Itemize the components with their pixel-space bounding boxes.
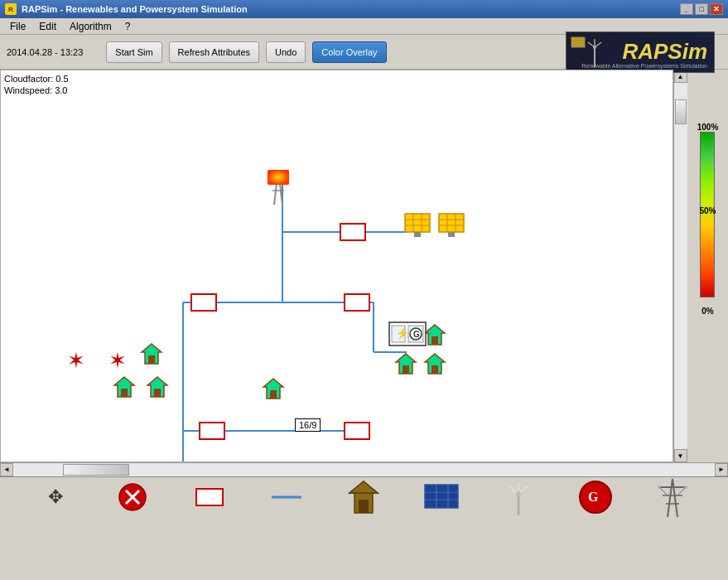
solar-panel-1[interactable] — [404, 213, 431, 238]
house-node-8[interactable] — [423, 352, 446, 375]
house-node-1[interactable] — [140, 342, 163, 365]
close-button[interactable]: ✕ — [710, 3, 723, 15]
scroll-thumb-v[interactable] — [675, 99, 687, 124]
svg-rect-42 — [431, 365, 438, 374]
svg-rect-91 — [437, 500, 447, 507]
svg-rect-53 — [439, 214, 464, 232]
scroll-track-h[interactable] — [13, 463, 715, 476]
svg-rect-24 — [200, 423, 224, 439]
house-node-2[interactable] — [113, 375, 136, 399]
svg-rect-21 — [340, 224, 365, 240]
simulation-canvas[interactable]: Cloudfactor: 0.5 Windspeed: 3.0 — [0, 70, 673, 462]
undo-button[interactable]: Undo — [266, 41, 306, 63]
svg-rect-28 — [148, 355, 155, 364]
svg-line-106 — [677, 487, 686, 495]
svg-line-105 — [659, 487, 668, 495]
svg-rect-58 — [448, 232, 455, 237]
menu-edit[interactable]: Edit — [32, 19, 63, 34]
wind-tool[interactable] — [498, 481, 539, 514]
house-node-4[interactable] — [262, 377, 285, 400]
svg-text:⚡: ⚡ — [395, 326, 410, 341]
svg-rect-32 — [154, 389, 161, 397]
svg-point-107 — [658, 486, 661, 489]
svg-rect-38 — [431, 336, 438, 345]
logo-subtitle: Renewable Alternative Powersystems Simul… — [581, 63, 707, 69]
wire-tool[interactable] — [266, 481, 307, 514]
vertical-scrollbar[interactable]: ▲ ▼ — [673, 70, 687, 462]
busbar-tool[interactable] — [189, 481, 230, 514]
logo-area: RAPSim Renewable Alternative Powersystem… — [566, 31, 721, 73]
datetime-display: 2014.04.28 - 13:23 — [7, 47, 83, 57]
solar-panel-2[interactable] — [438, 213, 465, 238]
substation-node[interactable]: ⚡ G — [388, 319, 427, 349]
svg-rect-89 — [449, 493, 457, 500]
svg-rect-90 — [426, 500, 436, 507]
start-sim-button[interactable]: Start Sim — [106, 41, 162, 63]
color-label-0: 0% — [701, 307, 713, 316]
svg-rect-0 — [571, 37, 585, 47]
svg-rect-22 — [191, 294, 216, 311]
menu-algorithm[interactable]: Algorithm — [63, 19, 118, 34]
svg-line-100 — [668, 479, 673, 517]
titlebar-left: R RAPSim - Renewables and Powersystem Si… — [5, 3, 248, 15]
generator-tool[interactable]: G — [575, 481, 616, 514]
horizontal-scrollbar[interactable]: ◄ ► — [0, 462, 728, 476]
scroll-track-v[interactable] — [674, 83, 687, 449]
wires-layer — [1, 70, 673, 462]
generator-node-2[interactable]: ✶ — [108, 348, 127, 374]
svg-rect-25 — [345, 423, 369, 439]
move-tool[interactable]: ✥ — [35, 481, 76, 514]
house-tool[interactable] — [343, 481, 384, 514]
titlebar-title: RAPSim - Renewables and Powersystem Simu… — [22, 4, 248, 14]
svg-text:G: G — [413, 330, 420, 339]
svg-rect-85 — [437, 486, 447, 492]
svg-rect-74 — [196, 489, 223, 505]
svg-rect-34 — [270, 390, 277, 399]
sim-info-cloudfactor: Cloudfactor: 0.5 — [4, 74, 69, 84]
logo-box: RAPSim Renewable Alternative Powersystem… — [566, 31, 715, 73]
svg-point-108 — [684, 486, 687, 489]
delete-tool[interactable] — [112, 481, 153, 514]
scroll-thumb-h[interactable] — [63, 464, 129, 476]
svg-rect-40 — [403, 365, 409, 374]
heat-source[interactable] — [263, 170, 294, 205]
titlebar: R RAPSim - Renewables and Powersystem Si… — [0, 0, 728, 18]
maximize-button[interactable]: □ — [695, 3, 708, 15]
scroll-down-arrow[interactable]: ▼ — [674, 449, 687, 462]
svg-rect-86 — [449, 486, 457, 492]
svg-rect-30 — [121, 389, 128, 397]
tooltip-box: 16/9 — [295, 418, 321, 432]
generator-node-1[interactable]: ✶ — [67, 348, 85, 374]
bottom-toolbar: ✥ — [0, 476, 728, 517]
svg-rect-77 — [359, 500, 369, 513]
scroll-right-arrow[interactable]: ► — [715, 463, 728, 476]
logo-brand: RAPSim — [622, 39, 707, 65]
color-label-50: 50% — [699, 206, 716, 215]
solar-tool[interactable] — [421, 481, 462, 514]
minimize-button[interactable]: _ — [680, 3, 693, 15]
menu-file[interactable]: File — [3, 19, 32, 34]
toolbar: 2014.04.28 - 13:23 Start Sim Refresh Att… — [0, 35, 728, 70]
house-node-7[interactable] — [394, 352, 417, 375]
refresh-attributes-button[interactable]: Refresh Attributes — [169, 41, 259, 63]
house-node-3[interactable] — [146, 375, 169, 399]
app-icon: R — [5, 3, 17, 15]
color-bar-container: 100% 50% 0% — [697, 123, 719, 316]
color-label-100: 100% — [697, 123, 719, 132]
menu-help[interactable]: ? — [118, 19, 137, 34]
svg-rect-92 — [449, 500, 457, 507]
color-overlay-button[interactable]: Color Overlay — [312, 41, 386, 63]
svg-rect-23 — [345, 294, 369, 311]
svg-line-101 — [673, 479, 677, 517]
pylon-tool[interactable] — [652, 481, 693, 514]
titlebar-controls[interactable]: _ □ ✕ — [680, 3, 723, 15]
house-node-6[interactable] — [423, 323, 446, 346]
sim-info-windspeed: Windspeed: 3.0 — [4, 85, 67, 95]
svg-rect-47 — [405, 214, 430, 232]
svg-point-97 — [516, 491, 521, 496]
svg-point-9 — [593, 46, 596, 49]
svg-text:G: G — [588, 490, 599, 504]
svg-rect-88 — [437, 493, 447, 500]
scroll-left-arrow[interactable]: ◄ — [0, 463, 13, 476]
svg-rect-84 — [426, 486, 436, 492]
